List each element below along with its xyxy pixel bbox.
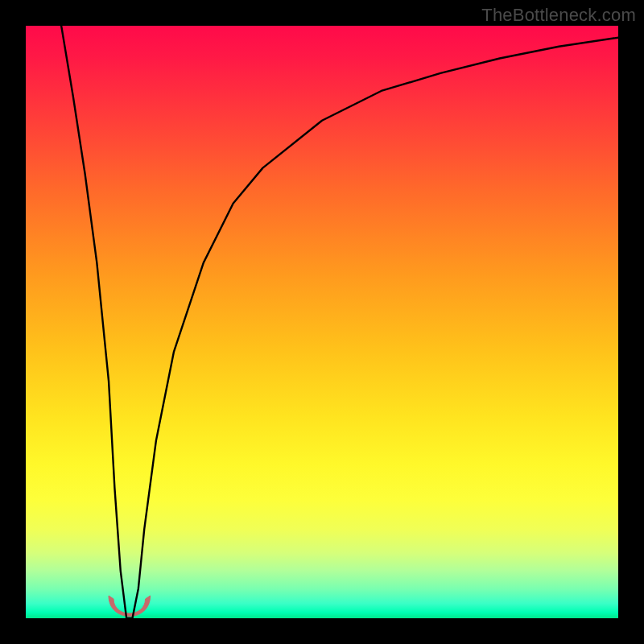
watermark-text: TheBottleneck.com xyxy=(481,5,636,26)
bottleneck-curve xyxy=(61,26,618,618)
minimum-marker xyxy=(109,596,151,617)
curve-layer xyxy=(26,26,618,618)
plot-area xyxy=(26,26,618,618)
chart-frame: TheBottleneck.com xyxy=(0,0,644,644)
minimum-marker-shape xyxy=(109,596,151,617)
